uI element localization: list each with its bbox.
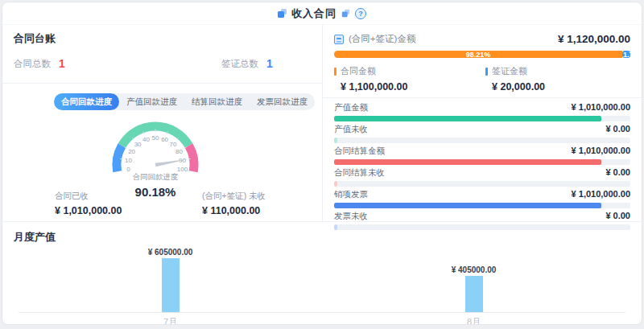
progress-row-label: 合同结算未收 (334, 167, 385, 179)
gauge-tick-label: 70 (169, 141, 176, 148)
legend-item-1: 合同金额 ¥ 1,100,000.00 (334, 65, 407, 93)
progress-fill (334, 203, 601, 208)
gauge-tick-mark (188, 171, 190, 171)
gauge-tick-label: 50 (152, 134, 159, 142)
progress-row-2: 产值未收 ¥ 0.00 (334, 124, 630, 143)
legend-value: ¥ 20,000.00 (485, 81, 545, 93)
legend-label: 签证金额 (492, 65, 527, 77)
progress-row-value: ¥ 0.00 (605, 167, 630, 177)
help-icon[interactable]: ? (355, 8, 366, 19)
contract-count-value[interactable]: 1 (59, 57, 65, 70)
tab-2[interactable]: 产值回款进度 (119, 93, 184, 110)
progress-track (334, 138, 630, 143)
legend-marker (485, 68, 488, 76)
month-axis-label: 8月 (322, 316, 625, 325)
gauge-tick-label: 80 (175, 148, 183, 155)
progress-track (334, 159, 630, 165)
stacked-bar: 98.21%1.79% (334, 51, 630, 58)
dashboard-card: 收入合同 ? 合同台账 合同总数 1 签证总数 1 合同回款进度产值回款进度结算… (2, 2, 642, 325)
month-bar-slot-2: ¥ 405000.00 (322, 248, 625, 312)
monthly-title: 月度产值 (14, 230, 630, 245)
stacked-bar-segment-2: 1.79% (622, 51, 630, 58)
stacked-bar-legend: 合同金额 ¥ 1,100,000.00 签证金额 ¥ 20,000.00 (334, 65, 630, 91)
progress-track (334, 203, 630, 208)
amount-doc-icon (334, 35, 344, 44)
progress-row-4: 合同结算未收 ¥ 0.00 (334, 167, 630, 187)
amount-header-label: (合同+签证)金额 (349, 33, 415, 45)
progress-fill (334, 138, 337, 143)
ledger-panel: 合同台账 合同总数 1 签证总数 1 合同回款进度产值回款进度结算回款进度发票回… (2, 25, 323, 221)
unreceived-summary: (合同+签证) 未收 ¥ 110,000.00 (202, 191, 266, 216)
progress-track (334, 181, 630, 187)
monthly-bar-chart: ¥ 605000.00¥ 405000.00 (19, 248, 625, 313)
legend-item-2: 签证金额 ¥ 20,000.00 (485, 65, 545, 93)
gauge-tick-label: 60 (161, 136, 168, 143)
ledger-counts: 合同总数 1 签证总数 1 (14, 57, 311, 71)
amount-header: (合同+签证)金额 ¥ 1,120,000.00 (334, 33, 630, 45)
visa-count-value[interactable]: 1 (266, 57, 273, 70)
legend-marker (334, 68, 336, 76)
gauge-area: 0102030405060708090100 合同回款进度 90.18% 合同已… (14, 113, 311, 220)
ledger-title: 合同台账 (14, 31, 311, 46)
monthly-x-axis: 7月8月 (19, 316, 625, 325)
month-bar-slot-1: ¥ 605000.00 (19, 248, 322, 312)
gauge-tick-mark (188, 158, 190, 159)
contract-count: 合同总数 1 (14, 57, 65, 70)
received-summary: 合同已收 ¥ 1,010,000.00 (55, 191, 122, 216)
progress-tabs: 合同回款进度产值回款进度结算回款进度发票回款进度 (54, 93, 315, 110)
amounts-panel: (合同+签证)金额 ¥ 1,120,000.00 98.21%1.79% 合同金… (323, 25, 642, 221)
visa-count-label: 签证总数 (221, 58, 258, 70)
gauge-title: 合同回款进度 (133, 172, 179, 181)
progress-rows: 产值金额 ¥ 1,010,000.00 产值未收 ¥ 0.00 合同结算金额 ¥… (334, 102, 630, 230)
progress-row-label: 发票未收 (334, 211, 368, 222)
progress-row-value: ¥ 0.00 (605, 211, 630, 220)
month-bar (465, 276, 483, 312)
gauge-tick-label: 40 (142, 136, 150, 143)
progress-row-value: ¥ 1,010,000.00 (572, 189, 630, 199)
progress-row-value: ¥ 0.00 (605, 124, 630, 134)
month-bar-value-label: ¥ 405000.00 (452, 265, 497, 274)
unreceived-label: (合同+签证) 未收 (202, 191, 266, 202)
contract-copy-icon-2 (342, 10, 349, 17)
page-header: 收入合同 ? (2, 2, 642, 25)
received-value: ¥ 1,010,000.00 (55, 205, 122, 216)
contract-count-label: 合同总数 (14, 58, 51, 70)
legend-value: ¥ 1,100,000.00 (334, 81, 407, 93)
gauge-tick-label: 20 (128, 148, 135, 155)
tab-1[interactable]: 合同回款进度 (54, 93, 119, 110)
month-bar-value-label: ¥ 605000.00 (148, 248, 193, 257)
gauge-tick-label: 30 (134, 141, 142, 148)
legend-label: 合同金额 (341, 65, 376, 77)
progress-row-1: 产值金额 ¥ 1,010,000.00 (334, 102, 630, 121)
gauge-tick-mark (120, 171, 122, 171)
stacked-bar-segment-1: 98.21% (334, 51, 622, 58)
progress-row-5: 销项发票 ¥ 1,010,000.00 (334, 189, 630, 208)
progress-row-label: 产值未收 (334, 124, 368, 135)
gauge-tick-label: 100 (177, 166, 188, 173)
visa-count: 签证总数 1 (221, 57, 273, 70)
gauge-value: 90.18% (135, 185, 176, 199)
monthly-panel: 月度产值 ¥ 605000.00¥ 405000.00 7月8月 (2, 221, 642, 325)
gauge-tick-label: 10 (125, 157, 132, 164)
tab-3[interactable]: 结算回款进度 (184, 93, 250, 110)
received-label: 合同已收 (55, 191, 122, 202)
month-bar (162, 258, 180, 312)
contract-copy-icon (278, 9, 287, 18)
gauge-tick-label: 0 (126, 166, 130, 173)
progress-row-label: 销项发票 (334, 189, 368, 200)
progress-row-value: ¥ 1,010,000.00 (572, 146, 630, 155)
progress-fill (334, 181, 337, 187)
gauge-tick-mark (120, 158, 122, 159)
ledger-divider (2, 83, 322, 84)
progress-track (334, 116, 630, 121)
progress-fill (334, 159, 601, 165)
progress-fill (334, 116, 601, 121)
tab-4[interactable]: 发票回款进度 (250, 93, 315, 110)
page-title: 收入合同 (291, 6, 336, 21)
amounts-divider (323, 97, 642, 98)
progress-row-label: 合同结算金额 (334, 146, 385, 157)
unreceived-value: ¥ 110,000.00 (202, 205, 266, 216)
amount-header-value: ¥ 1,120,000.00 (558, 33, 630, 45)
progress-row-label: 产值金额 (334, 102, 368, 113)
progress-row-3: 合同结算金额 ¥ 1,010,000.00 (334, 146, 630, 165)
